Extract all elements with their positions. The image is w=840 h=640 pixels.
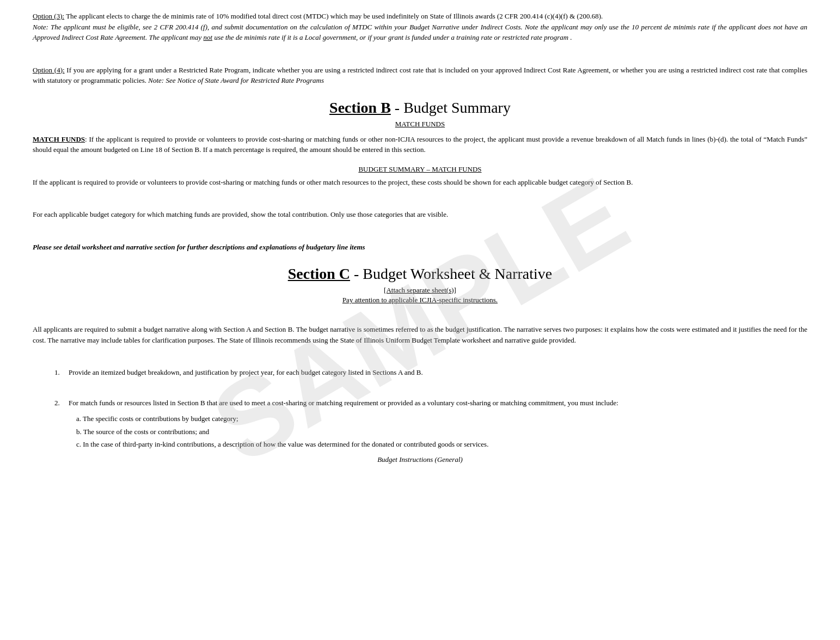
applicable-paragraph: For each applicable budget category for … — [33, 209, 807, 220]
option3-note2-label: Note — [523, 23, 538, 31]
option3-note1-label: Note: — [33, 23, 48, 31]
sectionC-title: Section C — [288, 265, 350, 282]
option4-note-italic: See Notice of State Award for Restricted… — [164, 76, 324, 84]
sectionB-title-block: Section B - Budget Summary — [33, 99, 807, 117]
item1-text: Provide an itemized budget breakdown, an… — [69, 368, 423, 376]
option4-block: Option (4): If you are applying for a gr… — [33, 65, 807, 86]
sectionC-intro-block: All applicants are required to submit a … — [33, 324, 807, 345]
budget-summary-text: If the applicant is required to provide … — [33, 178, 633, 186]
sectionC-attach-label: [Attach separate sheet(s)] — [33, 286, 807, 295]
sectionC-item2: 2. For match funds or resources listed i… — [54, 398, 807, 409]
blank-spacer-2 — [33, 195, 807, 204]
budget-summary-paragraph: If the applicant is required to provide … — [33, 177, 807, 188]
sectionC-title-suffix: - Budget Worksheet & Narrative — [350, 265, 552, 282]
sectionB-title: Section B — [329, 99, 391, 116]
sectionC-sub-b: b. The source of the costs or contributi… — [76, 426, 807, 437]
please-see-text: Please see detail worksheet and narrativ… — [33, 243, 365, 251]
match-funds-paragraph: MATCH FUNDS: If the applicant is require… — [33, 134, 807, 155]
sectionC-pay-attention: Pay attention to applicable ICJIA-specif… — [33, 296, 807, 304]
option3-not-text: not — [204, 33, 213, 41]
footer-text: Budget Instructions (General) — [377, 455, 463, 464]
sectionC-item1: 1. Provide an itemized budget breakdown,… — [54, 367, 807, 378]
sub-b-text: b. The source of the costs or contributi… — [76, 428, 209, 436]
sub-a-text: a. The specific costs or contributions b… — [76, 415, 238, 423]
please-see-block: Please see detail worksheet and narrativ… — [33, 242, 807, 253]
blank-spacer-1 — [33, 51, 807, 59]
sectionC-sub-a: a. The specific costs or contributions b… — [76, 413, 807, 424]
applicable-block: For each applicable budget category for … — [33, 209, 807, 220]
page-container: SAMPLE Option (3): The applicant elects … — [0, 0, 840, 640]
item1-num: 1. — [54, 368, 60, 376]
match-funds-block: MATCH FUNDS: If the applicant is require… — [33, 134, 807, 155]
option4-paragraph: Option (4): If you are applying for a gr… — [33, 65, 807, 86]
sectionC-title-block: Section C - Budget Worksheet & Narrative — [33, 265, 807, 283]
option3-note2-cont: use the de minimis rate if it is a Local… — [212, 33, 572, 41]
option4-note-label: Note: — [148, 76, 164, 84]
applicable-text: For each applicable budget category for … — [33, 210, 448, 218]
option3-block: Option (3): The applicant elects to char… — [33, 11, 807, 43]
sectionB-subtitle: MATCH FUNDS — [33, 120, 807, 129]
budget-summary-center: BUDGET SUMMARY – MATCH FUNDS — [33, 165, 807, 174]
match-funds-heading: MATCH FUNDS — [33, 135, 85, 143]
blank-spacer-6 — [33, 383, 807, 392]
content-area: Option (3): The applicant elects to char… — [33, 11, 807, 464]
match-funds-text: : If the applicant is required to provid… — [33, 135, 807, 154]
option3-paragraph: Option (3): The applicant elects to char… — [33, 11, 807, 43]
item2-num: 2. — [54, 399, 60, 407]
sectionB-title-suffix: - Budget Summary — [391, 99, 511, 116]
blank-spacer-4 — [33, 310, 807, 319]
item2-text: For match funds or resources listed in S… — [69, 399, 618, 407]
sub-c-text: c. In the case of third-party in-kind co… — [76, 440, 488, 448]
option3-heading: Option (3): — [33, 12, 64, 20]
footer: Budget Instructions (General) — [33, 455, 807, 464]
budget-summary-text-block: If the applicant is required to provide … — [33, 177, 807, 188]
sectionC-sub-c: c. In the case of third-party in-kind co… — [76, 439, 807, 450]
blank-spacer-3 — [33, 228, 807, 236]
sectionC-intro-paragraph: All applicants are required to submit a … — [33, 324, 807, 345]
please-see-paragraph: Please see detail worksheet and narrativ… — [33, 242, 807, 253]
budget-summary-title: BUDGET SUMMARY – MATCH FUNDS — [358, 165, 481, 173]
option3-text1: The applicant elects to charge the de mi… — [64, 12, 603, 20]
sectionC-intro-text: All applicants are required to submit a … — [33, 325, 807, 344]
option4-heading: Option (4): — [33, 66, 65, 74]
blank-spacer-5 — [33, 353, 807, 362]
option3-note1-text: The applicant must be eligible, see 2 CF… — [48, 23, 523, 31]
